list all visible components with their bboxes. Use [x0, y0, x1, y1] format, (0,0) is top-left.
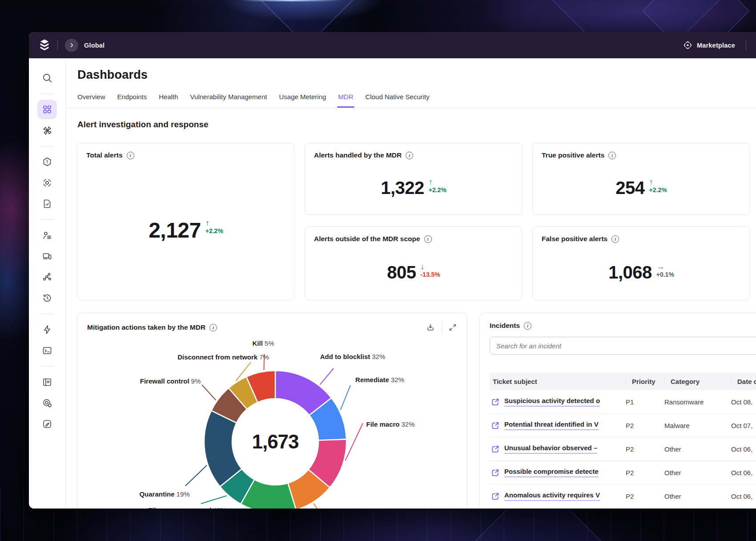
tab-health[interactable]: Health — [159, 93, 178, 108]
external-link-icon[interactable] — [491, 421, 500, 430]
tab-usage-metering[interactable]: Usage Metering — [279, 93, 326, 108]
topbar-divider — [746, 40, 746, 50]
sentinelone-logo[interactable] — [39, 39, 50, 51]
search-icon[interactable] — [37, 68, 57, 88]
identity-search-icon[interactable] — [37, 226, 57, 245]
sidebar-divider — [40, 146, 54, 146]
incident-link[interactable]: Potential threat identified in V — [504, 420, 599, 430]
sidebar-divider — [40, 93, 54, 94]
detection-radar-icon[interactable] — [37, 173, 57, 193]
incidents-card: Incidents i Ticket subject Priority Cate… — [479, 313, 756, 509]
stat-title: Alerts outside of the MDR scope — [314, 235, 420, 243]
info-icon[interactable]: i — [127, 152, 134, 159]
dashboards-grid-icon[interactable] — [37, 100, 57, 119]
stat-value: 1,322 — [381, 179, 424, 197]
marketplace-label[interactable]: Marketplace — [697, 42, 735, 49]
external-link-icon[interactable] — [491, 492, 500, 501]
scope-chevron-icon[interactable] — [65, 39, 78, 52]
sidebar-divider — [40, 366, 54, 367]
incident-link[interactable]: Suspicious activity detected o — [504, 397, 600, 407]
tab-endpoints[interactable]: Endpoints — [117, 93, 147, 108]
notes-edit-icon[interactable] — [37, 414, 57, 434]
incident-category: Other — [664, 493, 731, 500]
mitigation-actions-card: Mitigation actions taken by the MDR i 1,… — [77, 313, 467, 509]
donut-label-file-macro: File macro32% — [366, 420, 414, 428]
incident-priority: P2 — [626, 469, 664, 476]
tab-overview[interactable]: Overview — [77, 93, 105, 108]
tab-cloud-native-security[interactable]: Cloud Native Security — [366, 93, 430, 108]
donut-leader-line — [314, 503, 326, 509]
donut-leader-line — [201, 496, 227, 504]
tab-vulnerability-management[interactable]: Vulnerability Management — [190, 93, 267, 108]
incident-link[interactable]: Possible compromise detecte — [504, 468, 599, 477]
donut-leader-line — [185, 465, 207, 486]
table-row[interactable]: Possible compromise detecte P2 Other Oct… — [490, 461, 756, 484]
devices-icon[interactable] — [37, 246, 57, 266]
col-category[interactable]: Category — [664, 378, 731, 385]
stat-card-false-positive: False positive alertsi 1,068 →+0.1% — [532, 226, 750, 300]
terminal-console-icon[interactable] — [37, 341, 57, 360]
table-row[interactable]: Unusual behavior observed – P2 Other Oct… — [490, 437, 756, 461]
sidebar — [29, 58, 66, 509]
donut-label-remediate: Remediate32% — [355, 376, 404, 384]
incident-category: Other — [664, 445, 731, 453]
tab-mdr[interactable]: MDR — [338, 93, 353, 108]
sidebar-divider — [40, 219, 54, 220]
info-icon[interactable]: i — [406, 152, 413, 159]
info-icon[interactable]: i — [424, 235, 432, 243]
donut-label-firewall-control: Firewall control9% — [140, 377, 201, 385]
external-link-icon[interactable] — [491, 444, 500, 454]
stat-delta: →+0.1% — [656, 262, 674, 278]
incident-date: Oct 08, — [731, 398, 756, 406]
donut-leader-line — [320, 368, 334, 385]
table-row[interactable]: Anomalous activity requires V P2 Other O… — [490, 484, 756, 508]
donut-label-file-macro-removed: File macro removed40% — [148, 506, 226, 509]
incident-search-input[interactable] — [490, 337, 756, 355]
external-link-icon[interactable] — [491, 468, 500, 477]
dashboard-tabs: Overview Endpoints Health Vulnerability … — [66, 93, 756, 108]
incident-date: Oct 06, — [731, 469, 756, 476]
info-icon[interactable]: i — [611, 235, 619, 243]
external-link-icon[interactable] — [491, 397, 500, 407]
trend-arrow-icon: ↑ — [649, 178, 653, 186]
incidents-table-header: Ticket subject Priority Category Date cr… — [490, 372, 756, 390]
donut-label-add-to-blocklist: Add to blocklist32% — [320, 353, 386, 360]
table-row[interactable]: Suspicious activity detected o P1 Ransom… — [490, 390, 756, 414]
automation-bolt-icon[interactable] — [37, 320, 57, 339]
info-icon[interactable]: i — [524, 322, 531, 330]
policy-check-icon[interactable] — [37, 194, 57, 214]
col-date-created[interactable]: Date cre — [731, 378, 756, 385]
stat-card-true-positive: True positive alertsi 254 ↑+2.2% — [532, 143, 750, 215]
incident-link[interactable]: Anomalous activity requires V — [504, 491, 600, 501]
incident-priority: P2 — [626, 445, 664, 453]
top-bar: Global Marketplace — [29, 32, 756, 58]
stat-title: Total alerts — [86, 151, 123, 159]
stat-card-total-alerts: Total alertsi 2,127 ↑+2.2% — [77, 143, 295, 300]
scope-label[interactable]: Global — [84, 42, 105, 49]
network-graph-icon[interactable] — [37, 267, 57, 287]
trend-arrow-icon: ↓ — [420, 262, 424, 270]
coverage-radar-shield-icon[interactable] — [37, 393, 57, 413]
singularity-pinwheel-icon[interactable] — [37, 121, 57, 140]
incident-date: Oct 06, — [731, 493, 756, 500]
donut-label-disconnect-from-network: Disconnect from network7% — [177, 353, 269, 361]
col-ticket-subject[interactable]: Ticket subject — [490, 378, 626, 385]
report-card-icon[interactable] — [37, 372, 57, 392]
table-row[interactable]: Potential threat identified in V P2 Malw… — [490, 414, 756, 437]
trend-arrow-icon: → — [656, 262, 664, 270]
incident-category: Malware — [664, 422, 731, 429]
incident-category: Ransomware — [664, 398, 731, 406]
incident-date: Oct 07, — [731, 422, 756, 429]
info-icon[interactable]: i — [608, 152, 616, 159]
col-priority[interactable]: Priority — [626, 378, 664, 385]
donut-leader-line — [345, 423, 363, 460]
stat-value: 2,127 — [149, 220, 201, 241]
topbar-divider — [57, 40, 58, 50]
alert-hexagon-icon[interactable] — [37, 152, 57, 172]
sidebar-divider — [40, 314, 54, 314]
stat-value: 1,068 — [608, 263, 652, 281]
page-title: Dashboards — [77, 68, 148, 82]
donut-center-total: 1,673 — [252, 431, 298, 452]
history-icon[interactable] — [37, 288, 57, 308]
incident-link[interactable]: Unusual behavior observed – — [504, 444, 597, 454]
